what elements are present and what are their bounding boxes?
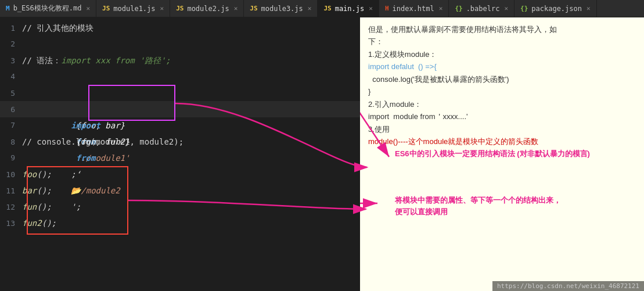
annotation-line1: 但是，使用默认暴露则不需要使用结构语法将其导入，如 <box>368 25 557 34</box>
tab-close-module2[interactable]: ✕ <box>234 5 238 12</box>
code-line-12: 12 fun(); <box>0 199 360 215</box>
line-content-11: bar(); <box>22 182 52 199</box>
code-line-2: 2 <box>0 36 360 52</box>
tab-icon-main: JS <box>323 5 331 12</box>
line-content-1: // 引入其他的模块 <box>22 20 93 36</box>
line-num-9: 9 <box>0 150 22 166</box>
line-num-8: 8 <box>0 134 22 150</box>
tab-label-index: index.html <box>393 5 434 13</box>
line-content-8: // console.log(module1, module2); <box>22 134 184 150</box>
url-bar: https://blog.csdn.net/weixin_46872121 <box>492 281 644 291</box>
tab-bar: M b_ES6模块化教程.md ✕ JS module1.js ✕ JS mod… <box>0 0 644 17</box>
annotation-line2: 下： <box>368 37 383 46</box>
tab-md[interactable]: M b_ES6模块化教程.md ✕ <box>0 0 96 17</box>
tab-close-module3[interactable]: ✕ <box>308 5 312 12</box>
code-line-1: 1 // 引入其他的模块 <box>0 20 360 36</box>
tab-module3[interactable]: JS module3.js ✕ <box>244 0 318 17</box>
code-line-3: 3 // 语法：import xxx from '路径'; <box>0 52 360 69</box>
tab-label-md: b_ES6模块化教程.md <box>13 3 82 13</box>
tab-babelrc[interactable]: {} .babelrc ✕ <box>449 0 515 17</box>
tab-label-main: main.js <box>335 5 365 13</box>
line-num-1: 1 <box>0 20 22 37</box>
code-line-13: 13 fun2(); <box>0 215 360 231</box>
tab-close-module1[interactable]: ✕ <box>160 5 164 12</box>
code-line-11: 11 bar(); <box>0 182 360 199</box>
line-num-6: 6 <box>0 102 22 118</box>
code-lines: 1 // 引入其他的模块 2 3 // 语法：import xxx from '… <box>0 17 360 231</box>
tab-label-babelrc: .babelrc <box>466 5 500 13</box>
tab-module1[interactable]: JS module1.js ✕ <box>96 0 170 17</box>
tab-close-md[interactable]: ✕ <box>86 5 90 12</box>
code-line-6: 6 import {fun, fun2} from ‘ 📂/module2 '; <box>0 101 360 117</box>
code-line-10: 10 foo(); <box>0 166 360 182</box>
code-line-7: 7 <box>0 117 360 134</box>
line-num-2: 2 <box>0 36 22 52</box>
line-content-13: fun2(); <box>22 215 56 231</box>
line-num-13: 13 <box>0 215 22 232</box>
tab-icon-babelrc: {} <box>455 5 462 12</box>
annotation-line5: console.log('我是被默认暴露的箭头函数') <box>368 75 509 84</box>
annotation-line10: module()----这个module就是模块中定义的箭头函数 <box>368 137 538 146</box>
annotation-line7: 2.引入module： <box>368 100 422 109</box>
tab-icon-package: {} <box>520 5 528 12</box>
annotation-text-block: 但是，使用默认暴露则不需要使用结构语法将其导入，如 下： 1.定义模块modul… <box>368 23 636 148</box>
annotation-line4: import defalut () =>{ <box>368 62 437 71</box>
line-num-3: 3 <box>0 53 22 69</box>
tab-label-module3: module3.js <box>261 5 303 13</box>
tab-icon-index: H <box>385 5 389 12</box>
tab-icon-module2: JS <box>176 5 184 12</box>
tab-icon-md: M <box>6 5 10 12</box>
line-num-7: 7 <box>0 117 22 134</box>
code-editor[interactable]: 1 // 引入其他的模块 2 3 // 语法：import xxx from '… <box>0 17 360 291</box>
arrow-label-es6: ES6中的引入模块一定要用结构语法 (对非默认暴力的模言) <box>395 148 590 160</box>
tab-icon-module1: JS <box>102 5 110 12</box>
annotation-line6: } <box>368 87 370 96</box>
annotation-line8: import module from＇xxxx....' <box>368 112 468 121</box>
tab-icon-module3: JS <box>250 5 257 12</box>
tab-close-babelrc[interactable]: ✕ <box>504 5 508 12</box>
code-line-5: 5 import {foo, bar} from './module1' ; <box>0 85 360 101</box>
line-num-10: 10 <box>0 167 22 183</box>
code-line-8: 8 // console.log(module1, module2); <box>0 134 360 150</box>
line-num-11: 11 <box>0 183 22 199</box>
tab-package[interactable]: {} package.json ✕ <box>515 0 597 17</box>
tab-close-package[interactable]: ✕ <box>587 5 591 12</box>
line-content-10: foo(); <box>22 166 52 182</box>
line-num-4: 4 <box>0 69 22 85</box>
annotation-line3: 1.定义模块module： <box>368 50 437 59</box>
arrow-label-struct: 将模块中需要的属性、等下等一个个的结构出来， <box>395 195 561 207</box>
line-content-3: // 语法：import xxx from '路径'; <box>22 52 170 69</box>
annotation-line9: 3.使用 <box>368 125 390 134</box>
line-num-12: 12 <box>0 199 22 215</box>
tab-close-index[interactable]: ✕ <box>439 5 443 12</box>
annotation-panel: 但是，使用默认暴露则不需要使用结构语法将其导入，如 下： 1.定义模块modul… <box>360 17 644 291</box>
tab-main[interactable]: JS main.js ✕ <box>318 0 379 17</box>
tab-label-package: package.json <box>531 5 582 13</box>
tab-close-main[interactable]: ✕ <box>369 5 373 12</box>
code-line-9: 9 <box>0 150 360 166</box>
code-line-4: 4 <box>0 69 360 85</box>
main-area: 1 // 引入其他的模块 2 3 // 语法：import xxx from '… <box>0 17 644 291</box>
line-content-12: fun(); <box>22 199 52 215</box>
line-num-5: 5 <box>0 85 22 102</box>
tab-label-module1: module1.js <box>113 5 155 13</box>
tab-label-module2: module2.js <box>187 5 229 13</box>
tab-module2[interactable]: JS module2.js ✕ <box>170 0 244 17</box>
tab-index[interactable]: H index.html ✕ <box>379 0 449 17</box>
arrow-label-struct2: 便可以直接调用 <box>395 206 448 218</box>
